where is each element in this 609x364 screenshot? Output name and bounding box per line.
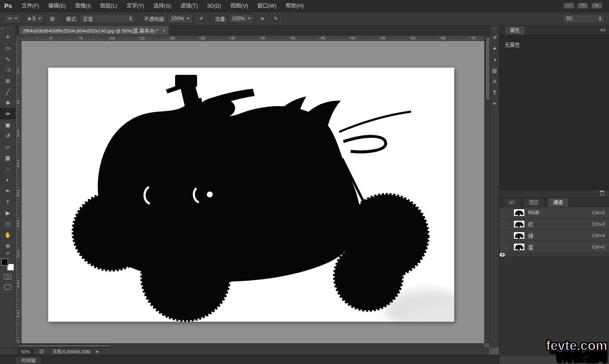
history-panel-icon[interactable]: ↺: [490, 32, 499, 43]
ruler-label: 30: [16, 251, 21, 281]
quick-mask-button[interactable]: [4, 274, 11, 279]
pen-tool[interactable]: ✒: [0, 185, 16, 196]
ruler-label: 15: [16, 160, 21, 190]
info-panel-icon[interactable]: ▤: [490, 65, 499, 76]
panel-icon-strip: « ↺ ✦ ◑ ▤ A ¶ ✂: [489, 26, 499, 348]
channel-thumbnail: [513, 220, 525, 228]
workspace-select[interactable]: 3D: [562, 14, 605, 23]
timeline-tab[interactable]: 时间轴: [16, 356, 41, 364]
eraser-tool[interactable]: ▱: [0, 141, 16, 152]
zoom-tool[interactable]: ⊕: [0, 240, 16, 251]
character-panel-icon[interactable]: A: [490, 76, 499, 87]
ruler-corner: [16, 36, 22, 41]
menu-window[interactable]: 窗口(W): [252, 0, 281, 12]
document-tab[interactable]: 2f84a50b9840d8fe2554c864e502e140.jpg @ 5…: [19, 25, 169, 35]
paragraph-panel-icon[interactable]: ¶: [490, 87, 499, 98]
blend-mode-value: 正常: [83, 15, 93, 22]
blur-tool[interactable]: ○: [0, 163, 16, 174]
type-tool[interactable]: T: [0, 196, 16, 207]
toggle-brush-panel-button[interactable]: ▤: [47, 14, 58, 23]
tool-icon: ✚: [5, 100, 10, 106]
pressure-size-icon[interactable]: ✎: [271, 14, 281, 23]
background-color-swatch[interactable]: [7, 264, 14, 271]
canvas[interactable]: [48, 68, 454, 322]
tab-3d[interactable]: 3D: [503, 198, 520, 207]
ruler-label: 70: [470, 36, 484, 41]
menu-filter[interactable]: 滤镜(T): [176, 0, 202, 12]
tool-icon: ◻: [5, 221, 10, 227]
tab-layers[interactable]: 图层: [524, 198, 544, 207]
channel-row-blue[interactable]: 蓝 Ctrl+5: [499, 241, 609, 253]
channel-row-red[interactable]: 红 Ctrl+3: [499, 219, 609, 230]
panel-menu-icon[interactable]: ▾≡: [601, 27, 606, 33]
screen-mode-button[interactable]: [4, 285, 11, 290]
opacity-select[interactable]: 100%: [167, 14, 193, 23]
menu-3d[interactable]: 3D(D): [202, 0, 225, 12]
expand-panels-chevron[interactable]: «: [490, 26, 499, 32]
quick-selection-tool[interactable]: ❍: [0, 64, 16, 75]
visibility-toggle[interactable]: [499, 241, 510, 253]
minimize-button[interactable]: ─: [563, 3, 574, 9]
menu-help[interactable]: 帮助(H): [281, 0, 308, 12]
restore-button[interactable]: ❐: [577, 3, 588, 9]
horizontal-scrollbar[interactable]: [16, 343, 484, 348]
path-selection-tool[interactable]: ▶: [0, 207, 16, 218]
ruler-label: 40: [290, 36, 320, 41]
status-arrow-icon[interactable]: ▶: [96, 350, 99, 353]
tab-channels[interactable]: 通道: [548, 198, 568, 207]
crop-tool[interactable]: ⊞: [0, 75, 16, 86]
close-icon[interactable]: ×: [162, 28, 165, 33]
flow-select[interactable]: 100%: [228, 14, 254, 23]
ruler-label: 45: [320, 36, 350, 41]
close-button[interactable]: ✕: [591, 3, 602, 9]
channel-row-rgb[interactable]: RGB Ctrl+2: [499, 207, 609, 219]
foreground-color-swatch[interactable]: [1, 259, 8, 265]
visibility-toggle[interactable]: [499, 230, 510, 241]
lasso-tool[interactable]: ∿: [0, 53, 16, 64]
move-tool[interactable]: ✛: [0, 31, 16, 42]
shape-tool[interactable]: ◻: [0, 218, 16, 229]
ruler-label: 10: [16, 130, 21, 160]
hand-tool[interactable]: ✋: [0, 229, 16, 240]
menu-type[interactable]: 文字(Y): [122, 0, 149, 12]
measure-panel-icon[interactable]: ✂: [490, 98, 499, 109]
brush-preset-picker[interactable]: 5: [25, 14, 44, 23]
tab-properties[interactable]: 属性: [505, 26, 525, 35]
menu-edit[interactable]: 编辑(E): [44, 0, 71, 12]
watermark-site-title: 飞特教程网: [546, 352, 607, 364]
marquee-tool[interactable]: ▭: [0, 42, 16, 53]
current-tool-preview[interactable]: ✑: [4, 14, 21, 23]
ruler-label: 25: [200, 36, 230, 41]
ruler-label: 40: [16, 311, 21, 341]
dodge-tool[interactable]: ◐: [0, 174, 16, 185]
menu-image[interactable]: 图像(I): [71, 0, 96, 12]
brush-tool[interactable]: ✑: [0, 108, 16, 119]
menu-layer[interactable]: 图层(L): [96, 0, 122, 12]
menu-select[interactable]: 选择(S): [149, 0, 176, 12]
blend-mode-select[interactable]: 正常: [80, 14, 135, 23]
document-tab-title: 2f84a50b9840d8fe2554c864e502e140.jpg @ 5…: [23, 27, 158, 34]
menu-view[interactable]: 视图(V): [226, 0, 253, 12]
horizontal-scroll-thumb[interactable]: [18, 345, 111, 347]
pressure-opacity-icon[interactable]: ✐: [196, 14, 206, 23]
ruler-label: 5: [80, 36, 110, 41]
styles-panel-icon[interactable]: ✦: [490, 43, 499, 54]
history-brush-tool[interactable]: ↺: [0, 130, 16, 141]
delete-icon[interactable]: [600, 192, 604, 196]
opacity-value: 100%: [171, 16, 184, 22]
healing-brush-tool[interactable]: ✚: [0, 97, 16, 108]
swap-colors-icon[interactable]: ⇄: [0, 251, 16, 257]
clone-stamp-tool[interactable]: ▣: [0, 119, 16, 130]
zoom-level-field[interactable]: 50%: [18, 349, 33, 354]
visibility-toggle[interactable]: [499, 219, 510, 230]
menu-file[interactable]: 文件(F): [17, 0, 44, 12]
collapse-tools-chevron[interactable]: »: [0, 26, 15, 31]
visibility-toggle[interactable]: [499, 207, 510, 219]
adjustments-panel-icon[interactable]: ◑: [490, 54, 499, 65]
eyedropper-tool[interactable]: ╱: [0, 86, 16, 97]
gradient-tool[interactable]: ▦: [0, 152, 16, 163]
channel-row-green[interactable]: 绿 Ctrl+4: [499, 230, 609, 241]
vertical-scrollbar[interactable]: [484, 36, 489, 343]
tool-icon: ⊞: [5, 78, 10, 84]
airbrush-icon[interactable]: ≋: [257, 14, 267, 23]
